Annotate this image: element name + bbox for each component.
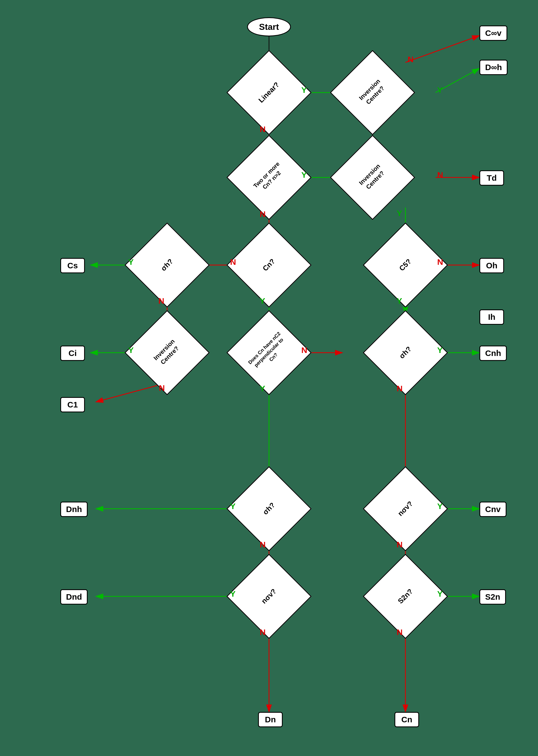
cs-label: Cs: [67, 261, 78, 270]
c5-n-label: N: [437, 257, 443, 267]
ci-label: Ci: [69, 349, 77, 358]
svg-line-6: [405, 35, 479, 63]
inv3-y-label: Y: [128, 346, 134, 355]
c-inf-v-label: C∞v: [485, 28, 502, 38]
inversion3-diamond: Inversion Centre?: [137, 323, 197, 383]
inversion2-diamond: Inversion Centre?: [343, 147, 403, 208]
nsv1-y-label: Y: [437, 502, 443, 511]
c1-label: C1: [67, 400, 78, 409]
does-cn-label: Does Cn have nC2 perpendicular to Cn?: [238, 322, 300, 383]
c5-diamond: C5?: [375, 235, 436, 295]
linear-y-label: Y: [301, 85, 307, 95]
ih-label: Ih: [488, 312, 496, 322]
inv2-y-label: Y: [397, 209, 402, 218]
c1-box: C1: [60, 397, 85, 412]
oh-label: Oh: [486, 261, 498, 270]
sigma-h1-diamond: σh?: [137, 235, 197, 295]
flowchart: Start Linear? Inversion Centre? C∞v D∞h …: [0, 0, 538, 756]
d-inf-h-label: D∞h: [485, 63, 502, 72]
cn1-diamond: Cn?: [239, 235, 299, 295]
s2n-y-label: Y: [437, 589, 443, 599]
two-or-more-label: Two or more Cn? n>2: [238, 146, 300, 208]
sh3-y-label: Y: [230, 502, 236, 511]
cn2-box: Cn: [395, 712, 419, 727]
start-node: Start: [247, 17, 291, 36]
sigma-h2-diamond: σh?: [375, 323, 436, 383]
sigma-h2-label: σh?: [374, 322, 436, 383]
cnh-box: Cnh: [479, 346, 507, 361]
td-label: Td: [487, 173, 497, 183]
sigma-h3-label: σh?: [238, 478, 300, 540]
ih-box: Ih: [479, 309, 504, 325]
dnd-box: Dnd: [60, 589, 88, 605]
nsv1-n-label: N: [397, 540, 403, 549]
s2n-n-label: N: [397, 628, 403, 637]
n-sigma-v2-label: nσv?: [238, 565, 300, 627]
linear-label: Linear?: [238, 62, 300, 124]
s2n-result-box: S2n: [479, 589, 506, 605]
inversion2-label: Inversion Centre?: [342, 146, 404, 208]
svg-line-19: [96, 383, 167, 402]
doesCn-y-label: Y: [260, 384, 265, 393]
s2n-diamond: S2n?: [375, 566, 436, 627]
n-sigma-v1-label: nσv?: [374, 478, 436, 540]
inv2-n-label: N: [437, 170, 443, 179]
sigma-h1-label: σh?: [136, 234, 198, 296]
dn-box: Dn: [258, 712, 283, 727]
twocn-n-label: N: [260, 210, 266, 219]
sh1-n-label: N: [158, 296, 164, 306]
sh2-n-label: N: [397, 384, 403, 393]
nsv2-n-label: N: [260, 628, 266, 637]
inv3-n-label: N: [159, 383, 165, 393]
s2n-label: S2n?: [374, 565, 436, 627]
sigma-h3-diamond: σh?: [239, 479, 299, 539]
inv1-n-label: N: [407, 55, 414, 64]
cnv-box: Cnv: [479, 502, 507, 517]
inv1-y-label: Y: [437, 85, 443, 95]
does-cn-diamond: Does Cn have nC2 perpendicular to Cn?: [239, 323, 299, 383]
cn2-label: Cn: [401, 715, 412, 724]
oh-box: Oh: [479, 258, 504, 273]
dnh-label: Dnh: [66, 505, 82, 514]
dnh-box: Dnh: [60, 502, 88, 517]
two-or-more-diamond: Two or more Cn? n>2: [239, 147, 299, 208]
cn1-y-label: Y: [260, 296, 265, 306]
dn-label: Dn: [265, 715, 276, 724]
cnh-label: Cnh: [485, 349, 501, 358]
inversion1-label: Inversion Centre?: [342, 62, 404, 124]
twocn-y-label: Y: [301, 170, 307, 179]
sh1-y-label: Y: [128, 257, 134, 267]
d-inf-h-box: D∞h: [479, 60, 508, 75]
ci-box: Ci: [60, 346, 85, 361]
c-inf-v-box: C∞v: [479, 25, 507, 41]
linear-diamond: Linear?: [239, 63, 299, 123]
n-sigma-v2-diamond: nσv?: [239, 566, 299, 627]
sh2-y-label: Y: [437, 346, 443, 355]
c5-y-label: Y: [397, 296, 402, 306]
cn1-n-label: N: [230, 257, 236, 267]
c5-label: C5?: [374, 234, 436, 296]
cnv-label: Cnv: [485, 505, 501, 514]
td-box: Td: [479, 170, 504, 186]
cs-box: Cs: [60, 258, 85, 273]
doesCn-n-label: N: [301, 346, 307, 355]
cn1-label: Cn?: [238, 234, 300, 296]
n-sigma-v1-diamond: nσv?: [375, 479, 436, 539]
sh3-n-label: N: [260, 540, 266, 549]
dnd-label: Dnd: [66, 592, 82, 602]
nsv2-y-label: Y: [230, 589, 236, 599]
inversion3-label: Inversion Centre?: [136, 322, 198, 383]
inversion1-diamond: Inversion Centre?: [343, 63, 403, 123]
s2n-result-label: S2n: [485, 592, 500, 602]
start-label: Start: [259, 22, 279, 32]
linear-n-label: N: [260, 125, 266, 134]
